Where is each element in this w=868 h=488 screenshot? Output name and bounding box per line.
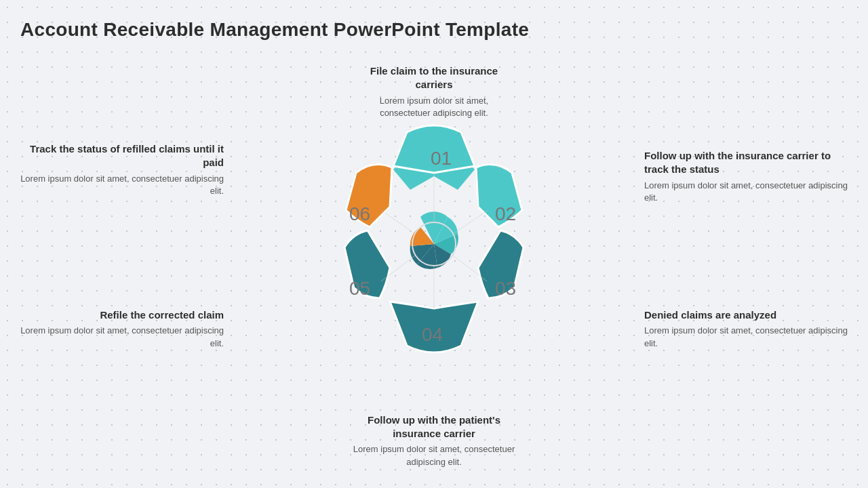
page-title: Account Receivable Management PowerPoint… <box>20 19 529 41</box>
section-left-bottom: Refile the corrected claim Lorem ipsum d… <box>20 308 224 350</box>
svg-text:03: 03 <box>495 278 516 299</box>
section-left-top: Track the status of refilled claims unti… <box>20 142 224 198</box>
section-right-bottom: Denied claims are analyzed Lorem ipsum d… <box>644 308 848 350</box>
section-left-bottom-title: Refile the corrected claim <box>20 308 224 322</box>
svg-text:02: 02 <box>495 203 516 224</box>
section-bottom-title: Follow up with the patient's insurance c… <box>346 413 522 441</box>
svg-line-2 <box>453 210 488 234</box>
svg-text:01: 01 <box>431 148 452 169</box>
section-left-top-body: Lorem ipsum dolor sit amet, consectetuer… <box>20 173 224 199</box>
section-bottom: Follow up with the patient's insurance c… <box>346 413 522 469</box>
section-right-top: Follow up with the insurance carrier to … <box>644 149 848 205</box>
hex-svg: 01 02 03 04 05 06 <box>271 64 597 417</box>
section-right-bottom-title: Denied claims are analyzed <box>644 308 848 322</box>
svg-line-6 <box>381 210 415 234</box>
section-left-top-title: Track the status of refilled claims unti… <box>20 142 224 170</box>
hex-diagram: 01 02 03 04 05 06 <box>271 64 597 417</box>
svg-text:05: 05 <box>349 278 370 299</box>
section-right-bottom-body: Lorem ipsum dolor sit amet, consectetuer… <box>644 325 848 350</box>
section-left-bottom-body: Lorem ipsum dolor sit amet, consectetuer… <box>20 325 224 350</box>
svg-text:04: 04 <box>422 324 443 345</box>
svg-text:06: 06 <box>349 203 370 224</box>
section-right-top-body: Lorem ipsum dolor sit amet, consectetuer… <box>644 180 848 205</box>
section-right-top-title: Follow up with the insurance carrier to … <box>644 149 848 177</box>
section-bottom-body: Lorem ipsum dolor sit amet, consectetuer… <box>346 443 522 469</box>
